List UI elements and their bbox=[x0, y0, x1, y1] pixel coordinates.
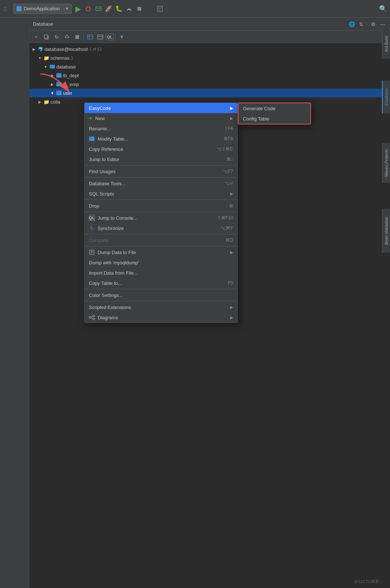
ctx-diagrams-label: Diagrams bbox=[98, 315, 227, 320]
add-btn[interactable]: + bbox=[31, 32, 41, 42]
ctx-modify-table[interactable]: Modify Table... ⌘F6 bbox=[85, 134, 237, 144]
ctx-find-usages[interactable]: Find Usages ⌥F7 bbox=[85, 166, 237, 176]
context-menu: EasyCode ▶ + New ▶ Rename... ⇧F6 Modify … bbox=[84, 103, 238, 323]
submenu-generate-code[interactable]: Generate Code bbox=[239, 103, 310, 113]
left-sidebar bbox=[0, 18, 29, 588]
schemas-arrow: ▼ bbox=[37, 55, 42, 60]
ctx-rename-shortcut: ⇧F6 bbox=[224, 126, 233, 131]
svg-point-3 bbox=[87, 8, 87, 8]
bean-validation-tab[interactable]: Bean Validation bbox=[382, 209, 390, 253]
ctx-dump-mysqldump[interactable]: Dump with 'mysqldump' bbox=[85, 257, 237, 268]
ctx-jump-console[interactable]: QL Jump to Console... ⇧⌘F10 bbox=[85, 213, 237, 223]
collapse-icon[interactable]: — bbox=[379, 21, 386, 28]
ctx-copy-ref[interactable]: Copy Reference ⌥⇧⌘C bbox=[85, 144, 237, 154]
ctx-sep-3 bbox=[85, 200, 237, 200]
ctx-new[interactable]: + New ▶ bbox=[85, 113, 237, 123]
query-console-btn[interactable]: QL bbox=[106, 34, 114, 40]
ctx-sep-4 bbox=[85, 212, 237, 212]
ctx-copy-ref-label: Copy Reference bbox=[89, 146, 214, 152]
table-icon-user bbox=[56, 90, 62, 96]
ctx-scripted-label: Scripted Extensions bbox=[89, 305, 227, 310]
ctx-easycode[interactable]: EasyCode ▶ bbox=[85, 103, 237, 113]
maven-projects-tab[interactable]: Maven Projects bbox=[382, 143, 390, 183]
config-table-label: Config Table bbox=[243, 116, 269, 122]
debug-button[interactable] bbox=[84, 5, 92, 13]
ctx-import-data[interactable]: Import Data from File... bbox=[85, 268, 237, 278]
ctx-dump-data[interactable]: Dump Data to File ▶ bbox=[85, 247, 237, 257]
database-side-label: Database bbox=[383, 86, 389, 108]
run-config-selector[interactable]: DemoApplication ▾ bbox=[13, 4, 72, 14]
tree-schemas[interactable]: ▼ 📁 schemas 1 bbox=[29, 53, 390, 62]
submenu-arrow-new: ▶ bbox=[230, 116, 233, 121]
refresh-btn[interactable]: ↻ bbox=[52, 32, 61, 42]
ctx-copytable-shortcut: F5 bbox=[228, 280, 233, 286]
build-button[interactable] bbox=[156, 5, 164, 13]
svg-text:01: 01 bbox=[4, 9, 7, 11]
ctx-copy-ref-shortcut: ⌥⇧⌘C bbox=[217, 146, 233, 152]
tree-user[interactable]: ▼ user bbox=[29, 89, 390, 97]
ant-build-tab[interactable]: Ant Build bbox=[382, 29, 390, 59]
ctx-sql-scripts[interactable]: SQL Scripts ▶ bbox=[85, 189, 237, 199]
tree-database[interactable]: ▼ database bbox=[29, 62, 390, 71]
settings-icon[interactable]: ⚙ bbox=[370, 21, 377, 28]
tbdept-arrow: ▶ bbox=[50, 73, 55, 78]
tree-tb-dept[interactable]: ▶ tb_dept bbox=[29, 71, 390, 80]
filter-icon[interactable]: ⇅ bbox=[357, 21, 365, 28]
schema-filter-btn[interactable]: ▼ bbox=[117, 32, 127, 42]
svg-rect-25 bbox=[56, 73, 61, 78]
ctx-db-tools[interactable]: Database Tools... ⌥⏎ bbox=[85, 178, 237, 189]
stop-queries-btn[interactable] bbox=[72, 32, 82, 42]
ctx-color-label: Color Settings... bbox=[89, 293, 233, 298]
search-button[interactable]: 🔍 bbox=[379, 5, 387, 13]
ctx-diagrams[interactable]: Diagrams ▶ bbox=[85, 312, 237, 323]
table-icon-dept bbox=[56, 72, 62, 78]
ctx-drop-label: Drop bbox=[89, 203, 226, 209]
ctx-synchronize[interactable]: ↻ Synchronize ⌥⌘Y bbox=[85, 223, 237, 233]
ctx-jump-editor[interactable]: Jump to Editor ⌘↓ bbox=[85, 154, 237, 164]
ctx-sync-shortcut: ⌥⌘Y bbox=[221, 226, 233, 231]
rocket-icon[interactable]: 🚀 bbox=[105, 5, 113, 13]
database-side-tab[interactable]: Database bbox=[382, 81, 390, 113]
ctx-rename[interactable]: Rename... ⇧F6 bbox=[85, 123, 237, 134]
ctx-copy-table[interactable]: Copy Table to... F5 bbox=[85, 278, 237, 288]
svg-line-45 bbox=[91, 316, 93, 317]
ctx-jump-editor-shortcut: ⌘↓ bbox=[226, 157, 233, 162]
ctx-import-label: Import Data from File... bbox=[89, 270, 233, 276]
ctx-sep-8 bbox=[85, 301, 237, 301]
ctx-scripted-ext[interactable]: Scripted Extensions ▶ bbox=[85, 302, 237, 312]
ctx-color-settings[interactable]: Color Settings... bbox=[85, 290, 237, 300]
colla-label: colla bbox=[50, 99, 60, 105]
ctx-compare-shortcut: ⌘D bbox=[225, 238, 233, 243]
more-icon: ⋮⋮ bbox=[146, 5, 154, 13]
config-name: DemoApplication bbox=[24, 6, 60, 11]
coverage-button[interactable] bbox=[94, 5, 102, 13]
watermark: @51CTO博客 bbox=[354, 579, 379, 584]
copy-btn[interactable] bbox=[42, 32, 51, 42]
table-view-btn[interactable] bbox=[85, 32, 95, 42]
config-dot bbox=[16, 6, 22, 11]
stop-button[interactable] bbox=[135, 5, 143, 13]
tree-tb-emp[interactable]: ▶ tb_emp bbox=[29, 80, 390, 89]
bean-label: Bean Validation bbox=[383, 215, 389, 247]
maven-label: Maven Projects bbox=[383, 147, 389, 179]
bug-icon[interactable]: 🐛 bbox=[115, 5, 123, 13]
globe-icon[interactable]: 🌐 bbox=[348, 21, 355, 28]
ctx-dump-label: Dump Data to File bbox=[98, 250, 227, 255]
folder-icon: 📁 bbox=[44, 55, 49, 61]
ctx-compare-label: Compare bbox=[89, 238, 222, 243]
edit-data-btn[interactable] bbox=[95, 32, 105, 42]
root-arrow: ▶ bbox=[31, 46, 37, 52]
svg-rect-14 bbox=[44, 35, 48, 38]
edit-connection-btn[interactable] bbox=[62, 32, 72, 42]
new-plus-icon: + bbox=[89, 115, 92, 122]
ant-build-label: Ant Build bbox=[383, 34, 389, 54]
schemas-badge: 1 bbox=[71, 56, 73, 60]
tree-root[interactable]: ▶ 🐬 database@localhost 1 of 13 bbox=[29, 45, 390, 53]
run-button[interactable]: ▶ bbox=[74, 5, 82, 13]
submenu-config-table[interactable]: Config Table bbox=[239, 113, 310, 124]
ctx-new-label: New bbox=[95, 116, 227, 121]
svg-line-46 bbox=[91, 318, 93, 319]
ctx-drop[interactable]: Drop ⊠ bbox=[85, 201, 237, 211]
svg-rect-16 bbox=[75, 35, 79, 39]
profile-icon[interactable] bbox=[125, 5, 133, 13]
